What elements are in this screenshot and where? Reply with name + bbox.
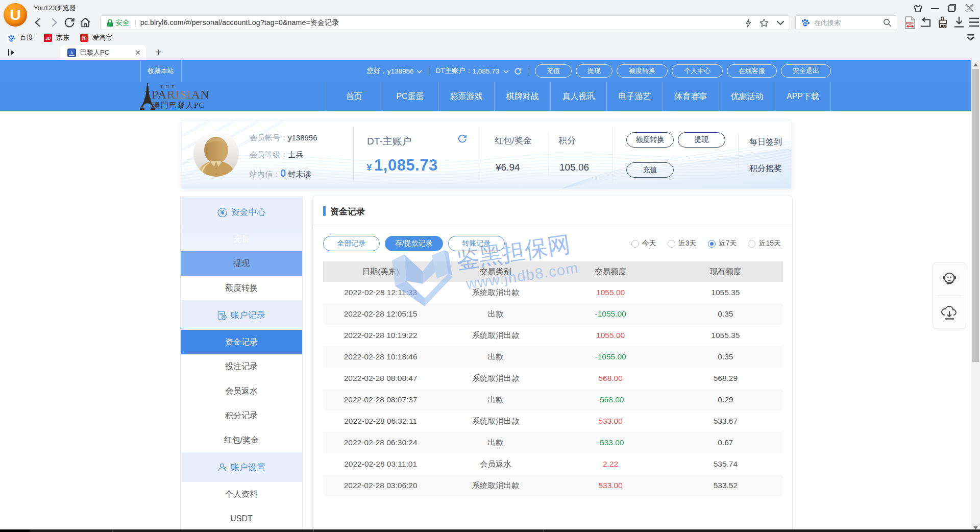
balance-refresh-icon[interactable] bbox=[514, 67, 522, 75]
scrollbar-thumb[interactable] bbox=[972, 69, 979, 362]
toolbar-collapse-icon[interactable] bbox=[967, 34, 974, 41]
tab-list-toggle-icon[interactable] bbox=[8, 49, 16, 57]
nav-item-3[interactable]: 棋牌对战 bbox=[494, 82, 550, 111]
active-tab[interactable]: 巴黎人PC ✕ bbox=[60, 45, 146, 60]
topbar-withdraw-button[interactable]: 提现 bbox=[576, 64, 612, 78]
card-deposit-button[interactable]: 充值 bbox=[626, 162, 674, 178]
sidebar-item[interactable]: 红包/奖金 bbox=[181, 428, 302, 452]
nav-item-2[interactable]: 彩票游戏 bbox=[438, 82, 494, 111]
topbar-deposit-button[interactable]: 充值 bbox=[535, 64, 572, 78]
pdf-tool-icon[interactable]: PDF bbox=[904, 16, 916, 29]
topbar-transfer-button[interactable]: 额度转换 bbox=[617, 64, 668, 78]
sidebar-item[interactable]: 投注记录 bbox=[181, 354, 302, 379]
site-logo[interactable]: THEPARISIAN澳門巴黎人PC bbox=[139, 83, 231, 110]
panel-title-row: 资金记录 bbox=[313, 196, 792, 225]
points-label: 积分 bbox=[558, 135, 576, 147]
card-transfer-button[interactable]: 额度转换 bbox=[626, 132, 674, 148]
menu-hamburger-icon[interactable] bbox=[969, 17, 979, 27]
record-tab-1[interactable]: 存/提款记录 bbox=[385, 236, 443, 251]
page-scrollbar[interactable] bbox=[971, 60, 980, 532]
nav-item-6[interactable]: 体育赛事 bbox=[663, 82, 719, 111]
topbar-online-service-button[interactable]: 在线客服 bbox=[727, 64, 777, 78]
nav-item-7[interactable]: 优惠活动 bbox=[719, 82, 775, 111]
app-download-button[interactable] bbox=[933, 296, 966, 329]
cell-date: 2022-02-28 10:19:22 bbox=[323, 331, 438, 340]
sidebar-item[interactable]: 积分记录 bbox=[181, 403, 302, 428]
wallet-refresh-icon[interactable] bbox=[457, 134, 467, 143]
restore-icon[interactable] bbox=[948, 4, 956, 12]
sidebar-section-header[interactable]: 资金中心 bbox=[181, 197, 302, 227]
url-bar[interactable]: 安全 | pc.blryl6.com/#/personal/accountLog… bbox=[100, 15, 790, 30]
record-tab-2[interactable]: 转账记录 bbox=[448, 236, 505, 251]
search-magnifier-icon[interactable] bbox=[883, 18, 892, 27]
nav-item-8[interactable]: APP下载 bbox=[775, 82, 831, 111]
window-title: You123浏览器 bbox=[34, 4, 76, 13]
clean-brush-icon[interactable] bbox=[937, 16, 948, 29]
reader-lightning-icon[interactable] bbox=[745, 18, 752, 28]
url-dropdown-icon[interactable] bbox=[776, 20, 785, 26]
nav-item-5[interactable]: 电子游艺 bbox=[606, 82, 663, 111]
sidebar-item[interactable]: 提现 bbox=[181, 251, 302, 276]
back-icon[interactable] bbox=[32, 17, 43, 28]
table-column-header: 交易额度 bbox=[553, 267, 668, 277]
home-icon[interactable] bbox=[79, 16, 91, 29]
sidebar-item[interactable]: 个人资料 bbox=[181, 482, 302, 506]
download-icon[interactable] bbox=[953, 17, 965, 28]
filter-radio-0[interactable]: 今天 bbox=[631, 239, 656, 248]
sidebar-section-title: 账户记录 bbox=[231, 309, 265, 321]
username-dropdown-icon[interactable] bbox=[416, 70, 422, 74]
search-placeholder: 在此搜索 bbox=[814, 18, 883, 28]
sidebar-item[interactable]: USDT bbox=[181, 506, 302, 531]
topbar-logout-button[interactable]: 安全退出 bbox=[781, 64, 831, 78]
close-window-icon[interactable] bbox=[966, 4, 973, 12]
radio-circle-icon bbox=[631, 240, 639, 248]
daily-checkin-link[interactable]: 每日签到 bbox=[749, 137, 782, 148]
bookmark-item[interactable]: JD京东 bbox=[44, 33, 69, 42]
topbar-member-center-button[interactable]: 个人中心 bbox=[672, 64, 723, 78]
favorite-site-link[interactable]: 收藏本站 bbox=[140, 60, 181, 82]
tab-close-icon[interactable]: ✕ bbox=[135, 49, 141, 57]
sidebar-section-header[interactable]: 账户记录 bbox=[181, 300, 302, 330]
card-withdraw-button[interactable]: 提现 bbox=[678, 132, 725, 148]
minimize-icon[interactable] bbox=[931, 8, 939, 9]
site-navbar: THEPARISIAN澳門巴黎人PC 首页PC蛋蛋彩票游戏棋牌对战真人视讯电子游… bbox=[0, 82, 971, 111]
sidebar-item[interactable]: 额度转换 bbox=[181, 276, 302, 300]
greeting-text: 您好， bbox=[366, 66, 387, 76]
tab-bar: 巴黎人PC ✕ + bbox=[0, 45, 980, 60]
title-divider bbox=[313, 225, 792, 225]
member-account-value: y138956 bbox=[288, 133, 317, 142]
new-tab-button[interactable]: + bbox=[153, 46, 165, 59]
search-box[interactable]: du 在此搜索 bbox=[795, 15, 897, 30]
filter-radio-1[interactable]: 近3天 bbox=[668, 239, 697, 248]
record-tab-0[interactable]: 全部记录 bbox=[323, 236, 380, 251]
nav-item-0[interactable]: 首页 bbox=[326, 82, 382, 111]
browser-logo[interactable]: U bbox=[4, 3, 27, 27]
nav-item-4[interactable]: 真人视讯 bbox=[550, 82, 606, 111]
undo-icon[interactable] bbox=[920, 17, 932, 28]
sidebar-item[interactable]: 会员返水 bbox=[181, 379, 302, 403]
topbar-username[interactable]: y138956 bbox=[387, 67, 414, 75]
filter-radio-2[interactable]: 近7天 bbox=[708, 239, 737, 248]
sidebar-section-header[interactable]: 账户设置 bbox=[181, 452, 302, 482]
forward-icon[interactable] bbox=[48, 17, 60, 28]
filter-radio-3[interactable]: 近15天 bbox=[748, 239, 781, 248]
browser-logo-letter: U bbox=[4, 3, 27, 27]
avatar[interactable] bbox=[193, 131, 239, 177]
cell-balance: 533.67 bbox=[668, 417, 783, 426]
nav-item-1[interactable]: PC蛋蛋 bbox=[382, 82, 438, 111]
mail-row[interactable]: 站内信：0封未读 bbox=[250, 167, 311, 179]
sidebar-item[interactable]: 充值 bbox=[181, 227, 302, 251]
bookmark-item[interactable]: 百度 bbox=[7, 33, 33, 42]
main-menu: 首页PC蛋蛋彩票游戏棋牌对战真人视讯电子游艺体育赛事优惠活动APP下载 bbox=[326, 82, 831, 111]
refresh-icon[interactable] bbox=[63, 16, 76, 29]
floating-service-widget bbox=[933, 262, 966, 329]
bookmark-item[interactable]: 淘爱淘宝 bbox=[80, 33, 112, 42]
customer-service-button[interactable] bbox=[933, 263, 966, 296]
cell-balance: 1055.35 bbox=[668, 288, 783, 297]
balance-dropdown-icon[interactable] bbox=[503, 70, 509, 74]
theme-skin-icon[interactable] bbox=[914, 5, 922, 12]
scrollbar-up-arrow[interactable] bbox=[971, 60, 980, 69]
bookmark-star-icon[interactable] bbox=[760, 18, 769, 28]
points-lottery-link[interactable]: 积分摇奖 bbox=[749, 163, 782, 174]
sidebar-item[interactable]: 资金记录 bbox=[181, 330, 302, 354]
